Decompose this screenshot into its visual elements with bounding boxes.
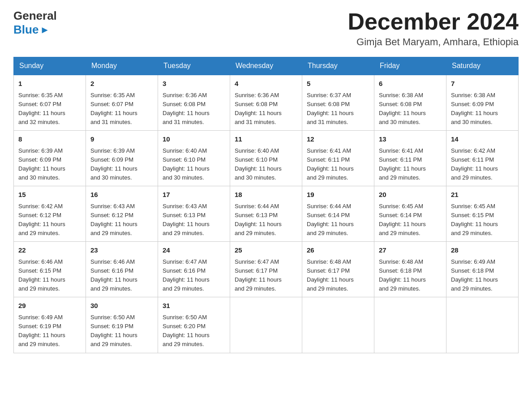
day-info: Sunrise: 6:50 AM Sunset: 6:19 PM Dayligh…: [90, 313, 153, 349]
calendar-week-row: 22 Sunrise: 6:46 AM Sunset: 6:15 PM Dayl…: [14, 242, 519, 297]
table-row: [446, 297, 519, 353]
day-info: Sunrise: 6:39 AM Sunset: 6:09 PM Dayligh…: [18, 146, 81, 183]
table-row: 19 Sunrise: 6:44 AM Sunset: 6:14 PM Dayl…: [302, 186, 374, 242]
day-number: 1: [18, 79, 81, 89]
day-info: Sunrise: 6:45 AM Sunset: 6:14 PM Dayligh…: [379, 202, 442, 238]
day-info: Sunrise: 6:43 AM Sunset: 6:13 PM Dayligh…: [163, 202, 225, 238]
table-row: 24 Sunrise: 6:47 AM Sunset: 6:16 PM Dayl…: [158, 242, 230, 297]
calendar-week-row: 15 Sunrise: 6:42 AM Sunset: 6:12 PM Dayl…: [14, 186, 519, 242]
day-number: 17: [163, 190, 225, 200]
day-info: Sunrise: 6:46 AM Sunset: 6:15 PM Dayligh…: [18, 257, 81, 294]
table-row: [374, 297, 446, 353]
day-number: 15: [18, 190, 81, 200]
day-info: Sunrise: 6:50 AM Sunset: 6:20 PM Dayligh…: [163, 313, 225, 349]
col-sunday: Sunday: [14, 57, 86, 75]
day-number: 2: [90, 79, 153, 89]
table-row: 23 Sunrise: 6:46 AM Sunset: 6:16 PM Dayl…: [86, 242, 158, 297]
table-row: 30 Sunrise: 6:50 AM Sunset: 6:19 PM Dayl…: [86, 297, 158, 353]
table-row: 9 Sunrise: 6:39 AM Sunset: 6:09 PM Dayli…: [86, 131, 158, 186]
day-number: 25: [235, 245, 297, 256]
day-info: Sunrise: 6:39 AM Sunset: 6:09 PM Dayligh…: [90, 146, 153, 183]
day-number: 30: [90, 301, 153, 311]
calendar-header-row: Sunday Monday Tuesday Wednesday Thursday…: [14, 57, 519, 75]
day-info: Sunrise: 6:43 AM Sunset: 6:12 PM Dayligh…: [90, 202, 153, 238]
table-row: 20 Sunrise: 6:45 AM Sunset: 6:14 PM Dayl…: [374, 186, 446, 242]
day-info: Sunrise: 6:35 AM Sunset: 6:07 PM Dayligh…: [18, 91, 81, 127]
col-thursday: Thursday: [302, 57, 374, 75]
table-row: 3 Sunrise: 6:36 AM Sunset: 6:08 PM Dayli…: [158, 75, 230, 131]
day-info: Sunrise: 6:38 AM Sunset: 6:08 PM Dayligh…: [379, 91, 442, 127]
day-number: 19: [307, 190, 369, 200]
table-row: 4 Sunrise: 6:36 AM Sunset: 6:08 PM Dayli…: [230, 75, 302, 131]
day-number: 11: [235, 134, 297, 145]
day-info: Sunrise: 6:46 AM Sunset: 6:16 PM Dayligh…: [90, 257, 153, 294]
table-row: 29 Sunrise: 6:49 AM Sunset: 6:19 PM Dayl…: [14, 297, 86, 353]
day-info: Sunrise: 6:42 AM Sunset: 6:11 PM Dayligh…: [451, 146, 514, 183]
day-info: Sunrise: 6:44 AM Sunset: 6:14 PM Dayligh…: [307, 202, 369, 238]
day-info: Sunrise: 6:36 AM Sunset: 6:08 PM Dayligh…: [235, 91, 297, 127]
table-row: 28 Sunrise: 6:49 AM Sunset: 6:18 PM Dayl…: [446, 242, 519, 297]
table-row: 22 Sunrise: 6:46 AM Sunset: 6:15 PM Dayl…: [14, 242, 86, 297]
day-info: Sunrise: 6:49 AM Sunset: 6:18 PM Dayligh…: [451, 257, 514, 294]
month-title: December 2024: [348, 9, 519, 34]
day-info: Sunrise: 6:38 AM Sunset: 6:09 PM Dayligh…: [451, 91, 514, 127]
day-info: Sunrise: 6:40 AM Sunset: 6:10 PM Dayligh…: [235, 146, 297, 183]
col-friday: Friday: [374, 57, 446, 75]
table-row: 11 Sunrise: 6:40 AM Sunset: 6:10 PM Dayl…: [230, 131, 302, 186]
day-number: 5: [307, 79, 369, 89]
day-info: Sunrise: 6:42 AM Sunset: 6:12 PM Dayligh…: [18, 202, 81, 238]
col-wednesday: Wednesday: [230, 57, 302, 75]
day-number: 23: [90, 245, 153, 256]
table-row: 8 Sunrise: 6:39 AM Sunset: 6:09 PM Dayli…: [14, 131, 86, 186]
table-row: 31 Sunrise: 6:50 AM Sunset: 6:20 PM Dayl…: [158, 297, 230, 353]
logo: General Blue ►: [13, 9, 57, 37]
page-header: General Blue ► December 2024 Gimja Bet M…: [13, 9, 519, 48]
day-number: 24: [163, 245, 225, 256]
day-info: Sunrise: 6:37 AM Sunset: 6:08 PM Dayligh…: [307, 91, 369, 127]
table-row: 16 Sunrise: 6:43 AM Sunset: 6:12 PM Dayl…: [86, 186, 158, 242]
table-row: 15 Sunrise: 6:42 AM Sunset: 6:12 PM Dayl…: [14, 186, 86, 242]
day-number: 8: [18, 134, 81, 145]
day-number: 18: [235, 190, 297, 200]
table-row: 25 Sunrise: 6:47 AM Sunset: 6:17 PM Dayl…: [230, 242, 302, 297]
table-row: 10 Sunrise: 6:40 AM Sunset: 6:10 PM Dayl…: [158, 131, 230, 186]
day-number: 21: [451, 190, 514, 200]
day-number: 12: [307, 134, 369, 145]
day-info: Sunrise: 6:48 AM Sunset: 6:18 PM Dayligh…: [379, 257, 442, 294]
calendar-week-row: 1 Sunrise: 6:35 AM Sunset: 6:07 PM Dayli…: [14, 75, 519, 131]
table-row: 26 Sunrise: 6:48 AM Sunset: 6:17 PM Dayl…: [302, 242, 374, 297]
day-number: 20: [379, 190, 442, 200]
day-number: 29: [18, 301, 81, 311]
table-row: 7 Sunrise: 6:38 AM Sunset: 6:09 PM Dayli…: [446, 75, 519, 131]
day-number: 28: [451, 245, 514, 256]
calendar-week-row: 8 Sunrise: 6:39 AM Sunset: 6:09 PM Dayli…: [14, 131, 519, 186]
col-saturday: Saturday: [446, 57, 519, 75]
table-row: [302, 297, 374, 353]
day-info: Sunrise: 6:44 AM Sunset: 6:13 PM Dayligh…: [235, 202, 297, 238]
day-info: Sunrise: 6:47 AM Sunset: 6:16 PM Dayligh…: [163, 257, 225, 294]
table-row: 2 Sunrise: 6:35 AM Sunset: 6:07 PM Dayli…: [86, 75, 158, 131]
day-number: 10: [163, 134, 225, 145]
table-row: 14 Sunrise: 6:42 AM Sunset: 6:11 PM Dayl…: [446, 131, 519, 186]
day-info: Sunrise: 6:35 AM Sunset: 6:07 PM Dayligh…: [90, 91, 153, 127]
day-number: 22: [18, 245, 81, 256]
table-row: 17 Sunrise: 6:43 AM Sunset: 6:13 PM Dayl…: [158, 186, 230, 242]
day-number: 14: [451, 134, 514, 145]
table-row: 1 Sunrise: 6:35 AM Sunset: 6:07 PM Dayli…: [14, 75, 86, 131]
table-row: 6 Sunrise: 6:38 AM Sunset: 6:08 PM Dayli…: [374, 75, 446, 131]
day-number: 27: [379, 245, 442, 256]
title-block: December 2024 Gimja Bet Maryam, Amhara, …: [348, 9, 519, 48]
logo-blue-text: Blue ►: [13, 23, 57, 37]
day-info: Sunrise: 6:41 AM Sunset: 6:11 PM Dayligh…: [379, 146, 442, 183]
table-row: 5 Sunrise: 6:37 AM Sunset: 6:08 PM Dayli…: [302, 75, 374, 131]
day-number: 9: [90, 134, 153, 145]
col-monday: Monday: [86, 57, 158, 75]
day-number: 4: [235, 79, 297, 89]
day-info: Sunrise: 6:47 AM Sunset: 6:17 PM Dayligh…: [235, 257, 297, 294]
day-info: Sunrise: 6:41 AM Sunset: 6:11 PM Dayligh…: [307, 146, 369, 183]
table-row: 27 Sunrise: 6:48 AM Sunset: 6:18 PM Dayl…: [374, 242, 446, 297]
calendar-week-row: 29 Sunrise: 6:49 AM Sunset: 6:19 PM Dayl…: [14, 297, 519, 353]
day-info: Sunrise: 6:40 AM Sunset: 6:10 PM Dayligh…: [163, 146, 225, 183]
day-info: Sunrise: 6:45 AM Sunset: 6:15 PM Dayligh…: [451, 202, 514, 238]
day-number: 3: [163, 79, 225, 89]
